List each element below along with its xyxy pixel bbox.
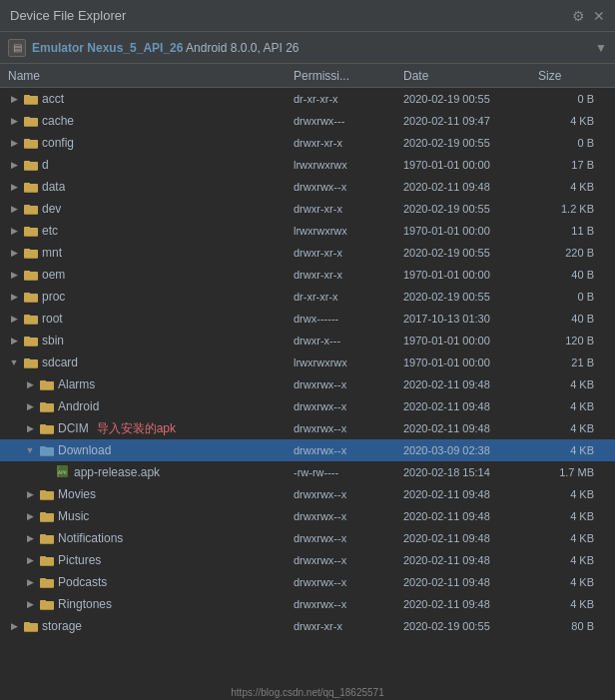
- expand-arrow[interactable]: [24, 400, 36, 412]
- row-name-cell: d: [4, 158, 294, 172]
- expand-arrow[interactable]: [8, 137, 20, 149]
- list-item[interactable]: config drwxr-xr-x 2020-02-19 00:55 0 B: [0, 132, 615, 154]
- row-size: 4 KB: [538, 598, 598, 610]
- expand-arrow[interactable]: [24, 488, 36, 500]
- list-item[interactable]: Pictures drwxrwx--x 2020-02-11 09:48 4 K…: [0, 549, 615, 571]
- folder-icon: [24, 203, 38, 215]
- svg-rect-25: [24, 358, 30, 361]
- row-name-cell: Download: [4, 443, 294, 457]
- list-item[interactable]: acct dr-xr-xr-x 2020-02-19 00:55 0 B: [0, 88, 615, 110]
- svg-rect-5: [24, 139, 30, 142]
- list-item[interactable]: Android drwxrwx--x 2020-02-11 09:48 4 KB: [0, 395, 615, 417]
- expand-arrow[interactable]: [8, 93, 20, 105]
- row-date: 2020-02-11 09:48: [403, 378, 538, 390]
- row-size: 4 KB: [538, 532, 598, 544]
- list-item[interactable]: oem drwxr-xr-x 1970-01-01 00:00 40 B: [0, 264, 615, 286]
- list-item[interactable]: Music drwxrwx--x 2020-02-11 09:48 4 KB: [0, 505, 615, 527]
- row-size: 4 KB: [538, 181, 598, 193]
- row-size: 1.7 MB: [538, 466, 598, 478]
- row-date: 1970-01-01 00:00: [403, 159, 538, 171]
- list-item[interactable]: Alarms drwxrwx--x 2020-02-11 09:48 4 KB: [0, 373, 615, 395]
- row-name-cell: etc: [4, 224, 294, 238]
- device-name: Emulator Nexus_5_API_26 Android 8.0.0, A…: [32, 41, 300, 55]
- folder-icon: [40, 554, 54, 566]
- list-item[interactable]: sdcard lrwxrwxrwx 1970-01-01 00:00 21 B: [0, 351, 615, 373]
- settings-icon[interactable]: ⚙: [572, 8, 585, 24]
- expand-arrow[interactable]: [24, 598, 36, 610]
- folder-icon: [24, 247, 38, 259]
- list-item[interactable]: Download drwxrwx--x 2020-03-09 02:38 4 K…: [0, 439, 615, 461]
- list-item[interactable]: dev drwxr-xr-x 2020-02-19 00:55 1.2 KB: [0, 198, 615, 220]
- svg-rect-33: [40, 446, 46, 449]
- expand-arrow[interactable]: [24, 510, 36, 522]
- list-item[interactable]: sbin drwxr-x--- 1970-01-01 00:00 120 B: [0, 330, 615, 351]
- list-item[interactable]: root drwx------ 2017-10-13 01:30 40 B: [0, 308, 615, 330]
- device-dropdown-icon[interactable]: ▼: [595, 41, 607, 55]
- row-size: 4 KB: [538, 444, 598, 456]
- item-label: Download: [58, 443, 111, 457]
- svg-rect-9: [24, 183, 30, 186]
- list-item[interactable]: Notifications drwxrwx--x 2020-02-11 09:4…: [0, 527, 615, 549]
- list-item[interactable]: etc lrwxrwxrwx 1970-01-01 00:00 11 B: [0, 220, 615, 242]
- folder-icon: [24, 225, 38, 237]
- list-item[interactable]: d lrwxrwxrwx 1970-01-01 00:00 17 B: [0, 154, 615, 176]
- item-label: cache: [42, 114, 74, 128]
- list-item[interactable]: proc dr-xr-xr-x 2020-02-19 00:55 0 B: [0, 286, 615, 308]
- expand-arrow[interactable]: [24, 378, 36, 390]
- item-label: DCIM: [58, 421, 89, 435]
- header-permissions: Permissi...: [294, 69, 403, 83]
- expand-arrow[interactable]: [24, 554, 36, 566]
- expand-arrow[interactable]: [8, 115, 20, 127]
- close-icon[interactable]: ✕: [593, 8, 605, 24]
- list-item[interactable]: cache drwxrwx--- 2020-02-11 09:47 4 KB: [0, 110, 615, 132]
- expand-arrow[interactable]: [8, 203, 20, 215]
- expand-arrow[interactable]: [24, 422, 36, 434]
- expand-arrow[interactable]: [8, 313, 20, 325]
- list-item[interactable]: Podcasts drwxrwx--x 2020-02-11 09:48 4 K…: [0, 571, 615, 593]
- folder-icon: [40, 488, 54, 500]
- expand-arrow[interactable]: [8, 225, 20, 237]
- list-item[interactable]: Ringtones drwxrwx--x 2020-02-11 09:48 4 …: [0, 593, 615, 615]
- svg-rect-3: [24, 117, 30, 120]
- expand-arrow[interactable]: [24, 532, 36, 544]
- folder-icon: [24, 356, 38, 368]
- collapse-arrow[interactable]: [8, 356, 20, 368]
- row-name-cell: data: [4, 180, 294, 194]
- expand-arrow[interactable]: [8, 159, 20, 171]
- list-item[interactable]: APK app-release.apk -rw-rw---- 2020-02-1…: [0, 461, 615, 483]
- expand-arrow[interactable]: [8, 181, 20, 193]
- list-item[interactable]: Movies drwxrwx--x 2020-02-11 09:48 4 KB: [0, 483, 615, 505]
- svg-rect-11: [24, 205, 30, 208]
- list-item[interactable]: mnt drwxr-xr-x 2020-02-19 00:55 220 B: [0, 242, 615, 264]
- list-item[interactable]: storage drwxr-xr-x 2020-02-19 00:55 80 B: [0, 615, 615, 637]
- expand-arrow[interactable]: [8, 620, 20, 632]
- collapse-arrow[interactable]: [24, 444, 36, 456]
- expand-arrow[interactable]: [8, 247, 20, 259]
- svg-rect-7: [24, 161, 30, 164]
- expand-arrow[interactable]: [8, 291, 20, 303]
- file-list: acct dr-xr-xr-x 2020-02-19 00:55 0 B cac…: [0, 88, 615, 700]
- device-bar[interactable]: ▤ Emulator Nexus_5_API_26 Android 8.0.0,…: [0, 32, 615, 64]
- header-size: Size: [538, 69, 598, 83]
- svg-rect-38: [40, 490, 46, 493]
- expand-arrow[interactable]: [8, 335, 20, 347]
- row-date: 2020-02-19 00:55: [403, 203, 538, 215]
- list-item[interactable]: DCIM 导入安装的apk drwxrwx--x 2020-02-11 09:4…: [0, 417, 615, 439]
- row-size: 4 KB: [538, 510, 598, 522]
- row-name-cell: oem: [4, 268, 294, 282]
- item-label: sdcard: [42, 355, 78, 369]
- annotation-label: 导入安装的apk: [97, 420, 176, 437]
- svg-rect-15: [24, 249, 30, 252]
- row-name-cell: cache: [4, 114, 294, 128]
- list-item[interactable]: data drwxrwx--x 2020-02-11 09:48 4 KB: [0, 176, 615, 198]
- row-permissions: dr-xr-xr-x: [294, 291, 403, 303]
- item-label: mnt: [42, 246, 62, 260]
- row-size: 17 B: [538, 159, 598, 171]
- expand-arrow[interactable]: [24, 576, 36, 588]
- row-date: 2020-02-11 09:48: [403, 422, 538, 434]
- row-date: 2020-02-11 09:48: [403, 598, 538, 610]
- row-name-cell: Android: [4, 399, 294, 413]
- expand-arrow[interactable]: [8, 269, 20, 281]
- svg-rect-19: [24, 293, 30, 296]
- apk-icon: APK: [56, 465, 70, 479]
